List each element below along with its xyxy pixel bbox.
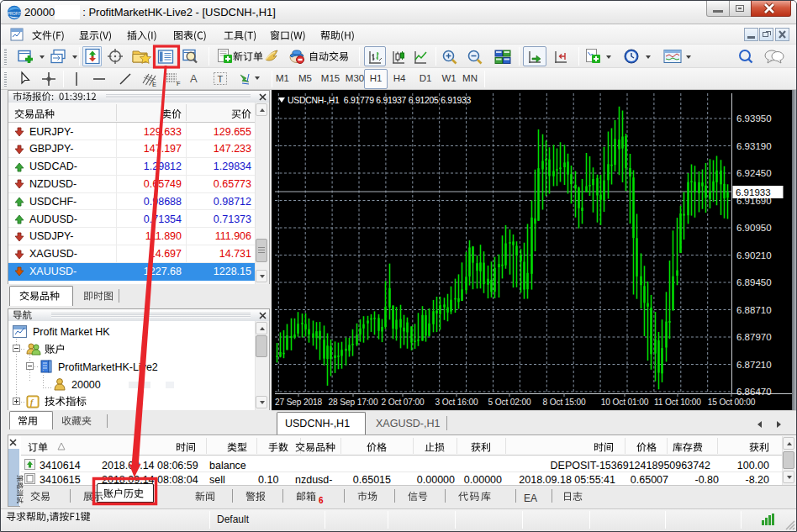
svg-text:6.88710: 6.88710 bbox=[736, 305, 772, 315]
svg-text:28 Sep 17:00: 28 Sep 17:00 bbox=[329, 398, 378, 407]
svg-text:15 Oct 00:00: 15 Oct 00:00 bbox=[708, 398, 756, 407]
svg-text:5 Oct 02:00: 5 Oct 02:00 bbox=[488, 398, 531, 407]
svg-text:6.90210: 6.90210 bbox=[736, 250, 772, 261]
svg-text:6.93950: 6.93950 bbox=[736, 113, 772, 124]
svg-text:6.91933: 6.91933 bbox=[736, 187, 771, 198]
svg-text:8 Oct 15:00: 8 Oct 15:00 bbox=[542, 398, 586, 407]
svg-text:6.87210: 6.87210 bbox=[736, 360, 772, 370]
svg-text:USDCNH-,H1 6.91779 6.91937 6.: USDCNH-,H1 6.91779 6.91937 6.91205 6.919… bbox=[288, 96, 471, 105]
svg-text:6.92450: 6.92450 bbox=[736, 168, 772, 178]
svg-text:F: F bbox=[177, 80, 181, 87]
svg-text:6.89450: 6.89450 bbox=[736, 277, 772, 287]
svg-text:27 Sep 2018: 27 Sep 2018 bbox=[275, 398, 323, 407]
svg-text:6.86470: 6.86470 bbox=[736, 387, 772, 397]
svg-text:6.90950: 6.90950 bbox=[736, 223, 772, 233]
svg-text:E: E bbox=[152, 81, 156, 87]
svg-text:6.93190: 6.93190 bbox=[736, 141, 772, 151]
svg-text:2 Oct 07:00: 2 Oct 07:00 bbox=[381, 398, 425, 407]
svg-text:3 Oct 16:00: 3 Oct 16:00 bbox=[435, 398, 478, 407]
svg-text:T: T bbox=[218, 74, 224, 84]
svg-text:10 Oct 01:00: 10 Oct 01:00 bbox=[601, 398, 649, 407]
svg-text:PROFIT: PROFIT bbox=[8, 12, 22, 16]
svg-text:11 Oct 10:00: 11 Oct 10:00 bbox=[654, 398, 701, 407]
svg-text:6.87970: 6.87970 bbox=[736, 332, 772, 342]
